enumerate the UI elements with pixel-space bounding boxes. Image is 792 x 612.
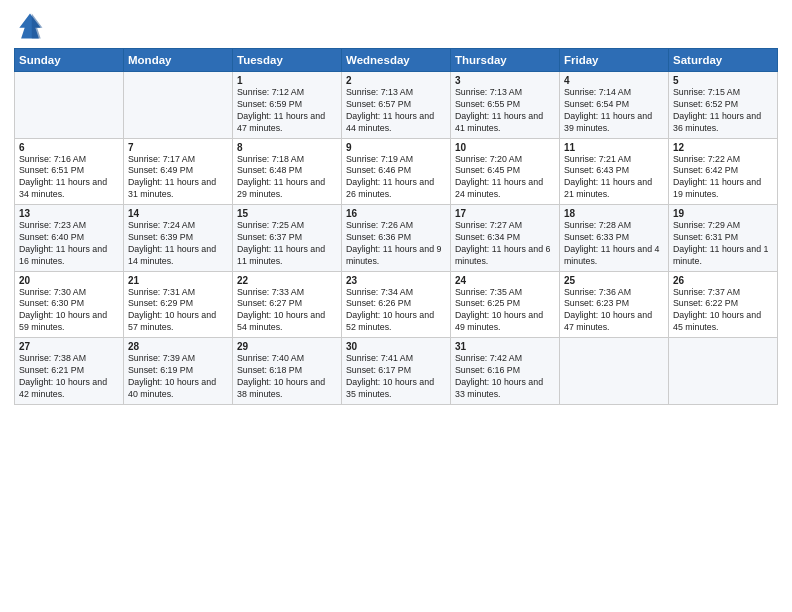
calendar-cell: 31Sunrise: 7:42 AM Sunset: 6:16 PM Dayli… (451, 338, 560, 405)
calendar-cell: 18Sunrise: 7:28 AM Sunset: 6:33 PM Dayli… (560, 205, 669, 272)
day-number: 11 (564, 142, 664, 153)
calendar-week-3: 13Sunrise: 7:23 AM Sunset: 6:40 PM Dayli… (15, 205, 778, 272)
calendar-cell: 7Sunrise: 7:17 AM Sunset: 6:49 PM Daylig… (124, 138, 233, 205)
calendar-cell: 2Sunrise: 7:13 AM Sunset: 6:57 PM Daylig… (342, 72, 451, 139)
calendar-cell: 3Sunrise: 7:13 AM Sunset: 6:55 PM Daylig… (451, 72, 560, 139)
day-info: Sunrise: 7:17 AM Sunset: 6:49 PM Dayligh… (128, 154, 228, 202)
calendar-cell: 5Sunrise: 7:15 AM Sunset: 6:52 PM Daylig… (669, 72, 778, 139)
day-info: Sunrise: 7:29 AM Sunset: 6:31 PM Dayligh… (673, 220, 773, 268)
day-info: Sunrise: 7:34 AM Sunset: 6:26 PM Dayligh… (346, 287, 446, 335)
calendar-cell: 1Sunrise: 7:12 AM Sunset: 6:59 PM Daylig… (233, 72, 342, 139)
day-info: Sunrise: 7:16 AM Sunset: 6:51 PM Dayligh… (19, 154, 119, 202)
calendar-week-2: 6Sunrise: 7:16 AM Sunset: 6:51 PM Daylig… (15, 138, 778, 205)
day-number: 13 (19, 208, 119, 219)
calendar-header-row: SundayMondayTuesdayWednesdayThursdayFrid… (15, 49, 778, 72)
calendar-cell: 25Sunrise: 7:36 AM Sunset: 6:23 PM Dayli… (560, 271, 669, 338)
day-info: Sunrise: 7:12 AM Sunset: 6:59 PM Dayligh… (237, 87, 337, 135)
day-number: 29 (237, 341, 337, 352)
page: SundayMondayTuesdayWednesdayThursdayFrid… (0, 0, 792, 612)
calendar: SundayMondayTuesdayWednesdayThursdayFrid… (14, 48, 778, 405)
day-number: 26 (673, 275, 773, 286)
calendar-header-wednesday: Wednesday (342, 49, 451, 72)
day-info: Sunrise: 7:37 AM Sunset: 6:22 PM Dayligh… (673, 287, 773, 335)
day-info: Sunrise: 7:39 AM Sunset: 6:19 PM Dayligh… (128, 353, 228, 401)
calendar-cell: 20Sunrise: 7:30 AM Sunset: 6:30 PM Dayli… (15, 271, 124, 338)
calendar-cell (124, 72, 233, 139)
header (14, 10, 778, 42)
calendar-cell: 23Sunrise: 7:34 AM Sunset: 6:26 PM Dayli… (342, 271, 451, 338)
day-info: Sunrise: 7:41 AM Sunset: 6:17 PM Dayligh… (346, 353, 446, 401)
day-number: 30 (346, 341, 446, 352)
day-info: Sunrise: 7:24 AM Sunset: 6:39 PM Dayligh… (128, 220, 228, 268)
day-info: Sunrise: 7:22 AM Sunset: 6:42 PM Dayligh… (673, 154, 773, 202)
day-info: Sunrise: 7:25 AM Sunset: 6:37 PM Dayligh… (237, 220, 337, 268)
day-info: Sunrise: 7:36 AM Sunset: 6:23 PM Dayligh… (564, 287, 664, 335)
calendar-cell: 4Sunrise: 7:14 AM Sunset: 6:54 PM Daylig… (560, 72, 669, 139)
day-info: Sunrise: 7:19 AM Sunset: 6:46 PM Dayligh… (346, 154, 446, 202)
day-info: Sunrise: 7:40 AM Sunset: 6:18 PM Dayligh… (237, 353, 337, 401)
day-info: Sunrise: 7:20 AM Sunset: 6:45 PM Dayligh… (455, 154, 555, 202)
calendar-cell: 12Sunrise: 7:22 AM Sunset: 6:42 PM Dayli… (669, 138, 778, 205)
calendar-cell: 17Sunrise: 7:27 AM Sunset: 6:34 PM Dayli… (451, 205, 560, 272)
day-info: Sunrise: 7:14 AM Sunset: 6:54 PM Dayligh… (564, 87, 664, 135)
day-info: Sunrise: 7:30 AM Sunset: 6:30 PM Dayligh… (19, 287, 119, 335)
day-info: Sunrise: 7:42 AM Sunset: 6:16 PM Dayligh… (455, 353, 555, 401)
day-info: Sunrise: 7:13 AM Sunset: 6:57 PM Dayligh… (346, 87, 446, 135)
calendar-week-5: 27Sunrise: 7:38 AM Sunset: 6:21 PM Dayli… (15, 338, 778, 405)
calendar-cell: 24Sunrise: 7:35 AM Sunset: 6:25 PM Dayli… (451, 271, 560, 338)
calendar-cell: 8Sunrise: 7:18 AM Sunset: 6:48 PM Daylig… (233, 138, 342, 205)
day-info: Sunrise: 7:21 AM Sunset: 6:43 PM Dayligh… (564, 154, 664, 202)
calendar-cell: 21Sunrise: 7:31 AM Sunset: 6:29 PM Dayli… (124, 271, 233, 338)
day-number: 9 (346, 142, 446, 153)
calendar-cell: 13Sunrise: 7:23 AM Sunset: 6:40 PM Dayli… (15, 205, 124, 272)
calendar-week-4: 20Sunrise: 7:30 AM Sunset: 6:30 PM Dayli… (15, 271, 778, 338)
day-number: 12 (673, 142, 773, 153)
day-number: 8 (237, 142, 337, 153)
calendar-header-thursday: Thursday (451, 49, 560, 72)
day-info: Sunrise: 7:23 AM Sunset: 6:40 PM Dayligh… (19, 220, 119, 268)
calendar-cell: 19Sunrise: 7:29 AM Sunset: 6:31 PM Dayli… (669, 205, 778, 272)
logo (14, 10, 50, 42)
calendar-cell: 6Sunrise: 7:16 AM Sunset: 6:51 PM Daylig… (15, 138, 124, 205)
day-info: Sunrise: 7:33 AM Sunset: 6:27 PM Dayligh… (237, 287, 337, 335)
calendar-cell: 14Sunrise: 7:24 AM Sunset: 6:39 PM Dayli… (124, 205, 233, 272)
day-number: 31 (455, 341, 555, 352)
calendar-cell: 28Sunrise: 7:39 AM Sunset: 6:19 PM Dayli… (124, 338, 233, 405)
calendar-header-tuesday: Tuesday (233, 49, 342, 72)
day-number: 17 (455, 208, 555, 219)
calendar-header-saturday: Saturday (669, 49, 778, 72)
svg-marker-1 (32, 14, 43, 39)
calendar-cell (15, 72, 124, 139)
logo-icon (14, 10, 46, 42)
day-number: 5 (673, 75, 773, 86)
calendar-header-monday: Monday (124, 49, 233, 72)
day-number: 25 (564, 275, 664, 286)
day-number: 28 (128, 341, 228, 352)
day-info: Sunrise: 7:28 AM Sunset: 6:33 PM Dayligh… (564, 220, 664, 268)
calendar-cell: 16Sunrise: 7:26 AM Sunset: 6:36 PM Dayli… (342, 205, 451, 272)
day-number: 22 (237, 275, 337, 286)
day-number: 1 (237, 75, 337, 86)
calendar-cell (669, 338, 778, 405)
day-number: 15 (237, 208, 337, 219)
calendar-cell: 26Sunrise: 7:37 AM Sunset: 6:22 PM Dayli… (669, 271, 778, 338)
day-info: Sunrise: 7:27 AM Sunset: 6:34 PM Dayligh… (455, 220, 555, 268)
calendar-cell: 10Sunrise: 7:20 AM Sunset: 6:45 PM Dayli… (451, 138, 560, 205)
day-number: 3 (455, 75, 555, 86)
day-info: Sunrise: 7:38 AM Sunset: 6:21 PM Dayligh… (19, 353, 119, 401)
day-number: 23 (346, 275, 446, 286)
day-number: 18 (564, 208, 664, 219)
day-number: 14 (128, 208, 228, 219)
calendar-cell: 27Sunrise: 7:38 AM Sunset: 6:21 PM Dayli… (15, 338, 124, 405)
day-info: Sunrise: 7:35 AM Sunset: 6:25 PM Dayligh… (455, 287, 555, 335)
calendar-cell (560, 338, 669, 405)
calendar-header-sunday: Sunday (15, 49, 124, 72)
day-number: 7 (128, 142, 228, 153)
calendar-cell: 11Sunrise: 7:21 AM Sunset: 6:43 PM Dayli… (560, 138, 669, 205)
calendar-cell: 29Sunrise: 7:40 AM Sunset: 6:18 PM Dayli… (233, 338, 342, 405)
day-info: Sunrise: 7:26 AM Sunset: 6:36 PM Dayligh… (346, 220, 446, 268)
day-number: 20 (19, 275, 119, 286)
calendar-header-friday: Friday (560, 49, 669, 72)
day-number: 24 (455, 275, 555, 286)
calendar-week-1: 1Sunrise: 7:12 AM Sunset: 6:59 PM Daylig… (15, 72, 778, 139)
